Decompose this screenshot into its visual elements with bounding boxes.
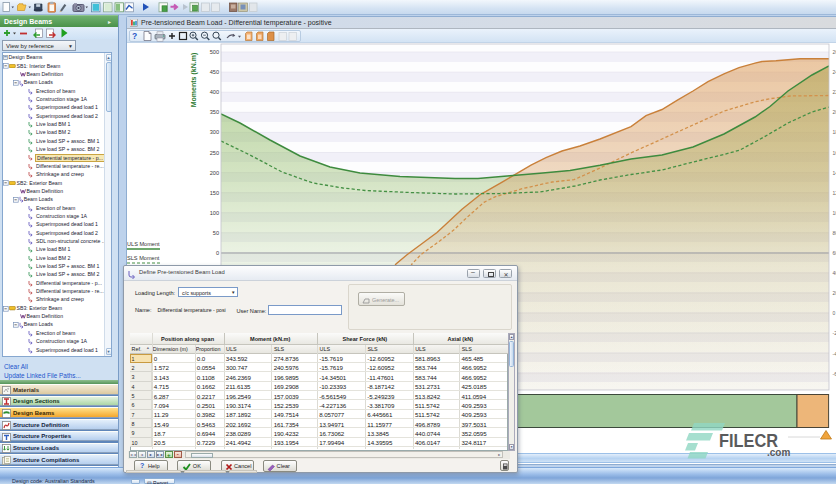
svg-text:260: 260 [833,49,836,55]
svg-text:250: 250 [210,150,219,156]
svg-text:0: 0 [216,250,219,256]
svg-text:80: 80 [833,230,836,236]
svg-text:220: 220 [833,89,836,95]
svg-text:200: 200 [210,170,219,176]
svg-text:450: 450 [210,69,219,75]
svg-text:50: 50 [213,230,219,236]
svg-text:500: 500 [210,49,219,55]
svg-text:100: 100 [833,210,836,216]
svg-text:160: 160 [833,150,836,156]
svg-text:180: 180 [833,129,836,135]
svg-text:120: 120 [833,190,836,196]
svg-text:Moments (kN.m): Moments (kN.m) [190,53,198,107]
svg-text:150: 150 [210,190,219,196]
svg-text:.com: .com [767,447,790,458]
svg-text:140: 140 [833,170,836,176]
svg-text:-40: -40 [833,351,836,357]
svg-text:SLS Moment: SLS Moment [127,255,160,261]
svg-text:200: 200 [833,109,836,115]
svg-text:300: 300 [210,129,219,135]
svg-text:350: 350 [210,109,219,115]
svg-text:20: 20 [833,290,836,296]
svg-text:-60: -60 [833,371,836,377]
svg-text:0: 0 [833,310,836,316]
svg-text:60: 60 [833,250,836,256]
svg-text:400: 400 [210,89,219,95]
svg-text:240: 240 [833,69,836,75]
svg-text:100: 100 [210,210,219,216]
svg-text:ULS Moment: ULS Moment [127,241,160,247]
svg-text:40: 40 [833,270,836,276]
svg-text:?: ? [132,31,137,41]
svg-text:-20: -20 [833,330,836,336]
